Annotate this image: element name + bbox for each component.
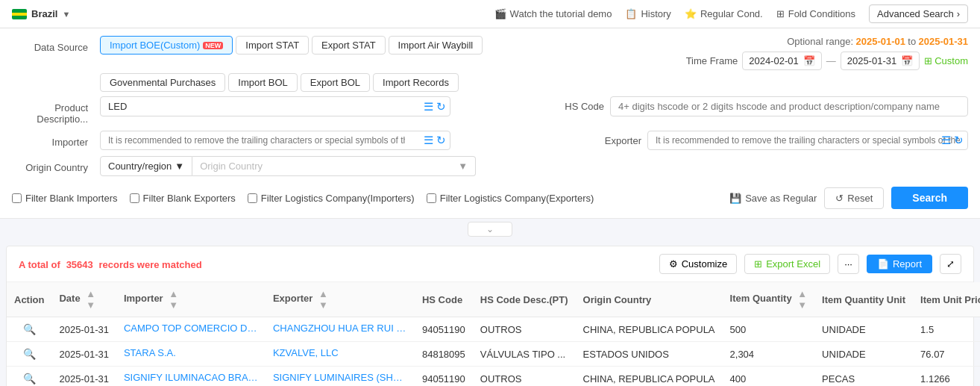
filter-logistics-importers-checkbox[interactable]: Filter Logistics Company(Importers) [248, 193, 415, 204]
row-importer[interactable]: SIGNIFY ILUMINACAO BRASIL ... [116, 367, 266, 387]
col-date[interactable]: Date ▲▼ [51, 282, 116, 317]
origin-country-input[interactable]: Origin Country ▼ [192, 156, 476, 176]
list-icon3[interactable]: ☰ [941, 134, 951, 147]
row-exporter[interactable]: SIGNIFY LUMINAIRES (SHAN... [266, 367, 415, 387]
fold-icon: ⊞ [776, 8, 785, 19]
fold-conditions-btn[interactable]: ⊞ Fold Conditions [776, 8, 855, 19]
row-hs-code: 84818095 [415, 342, 473, 367]
chevron-down-icon2: ▼ [175, 161, 184, 172]
row-hs-code: 94051190 [415, 317, 473, 342]
customize-btn[interactable]: ⚙ Customize [659, 254, 737, 274]
time-frame-row: Time Frame 2024-02-01 📅 — 2025-01-31 📅 ⊞… [686, 52, 968, 70]
row-exporter[interactable]: KZVALVE, LLC [266, 342, 415, 367]
save-regular-btn[interactable]: 💾 Save as Regular [729, 193, 817, 204]
count-highlight: 35643 [66, 259, 93, 270]
right-fields: HS Code [544, 96, 968, 116]
product-desc-label: Product Descriptio... [12, 96, 94, 125]
filter-logistics-exporters-checkbox[interactable]: Filter Logistics Company(Exporters) [427, 193, 594, 204]
list-icon2[interactable]: ☰ [424, 134, 433, 147]
region-select[interactable]: Country/region ▼ [100, 156, 192, 176]
chevron-down-icon: ▼ [62, 10, 70, 19]
checkbox-row: Filter Blank Importers Filter Blank Expo… [12, 182, 968, 212]
col-exporter[interactable]: Exporter ▲▼ [266, 282, 415, 317]
col-importer[interactable]: Importer ▲▼ [116, 282, 266, 317]
importer-icons: ☰ ↻ [424, 134, 446, 147]
product-desc-input[interactable] [100, 96, 450, 116]
exporter-input[interactable] [647, 131, 968, 150]
row-date: 2025-01-31 [51, 367, 116, 387]
search-btn[interactable]: Search [891, 187, 968, 209]
calendar-icon2: 📅 [901, 55, 913, 66]
col-qty[interactable]: Item Quantity ▲▼ [723, 282, 815, 317]
row-exporter[interactable]: CHANGZHOU HUA ER RUI INT... [266, 317, 415, 342]
list-icon[interactable]: ☰ [424, 100, 433, 113]
hs-code-input[interactable] [610, 96, 968, 116]
regular-cond-btn[interactable]: ⭐ Regular Cond. [685, 8, 763, 19]
top-right-actions: 🎬 Watch the tutorial demo 📋 History ⭐ Re… [494, 4, 968, 23]
origin-select-group: Country/region ▼ Origin Country ▼ [100, 156, 476, 176]
settings-icon: ⚙ [669, 258, 678, 270]
advanced-search-btn[interactable]: Advanced Search › [869, 4, 968, 23]
custom-btn[interactable]: ⊞ Custom [924, 55, 968, 66]
filter-blank-importers-checkbox[interactable]: Filter Blank Importers [12, 193, 118, 204]
date-from-input[interactable]: 2024-02-01 📅 [742, 52, 822, 70]
reset-btn[interactable]: ↺ Reset [824, 187, 884, 209]
reset-icon: ↺ [835, 193, 844, 204]
filter-row-origin: Origin Country Country/region ▼ Origin C… [12, 156, 968, 176]
tutorial-btn[interactable]: 🎬 Watch the tutorial demo [494, 8, 612, 19]
row-date: 2025-01-31 [51, 342, 116, 367]
row-unit-price: 76.07 [913, 342, 980, 367]
row-action[interactable]: 🔍 [7, 367, 51, 387]
refresh-icon3[interactable]: ↻ [954, 134, 964, 147]
expand-btn[interactable]: ⤢ [940, 254, 961, 274]
filter-row-tabs2: Govenmental Purchases Import BOL Export … [100, 73, 968, 92]
col-unit-price: Item Unit Price(USD) [913, 282, 980, 317]
row-action[interactable]: 🔍 [7, 317, 51, 342]
country-name: Brazil [31, 8, 57, 19]
importer-input[interactable] [100, 131, 450, 150]
date-to-input[interactable]: 2025-01-31 📅 [841, 52, 920, 70]
action-btns: 💾 Save as Regular ↺ Reset Search [729, 187, 968, 209]
tab-import-stat[interactable]: Import STAT [236, 36, 309, 55]
row-qty: 500 [723, 317, 815, 342]
expand-icon: ⤢ [946, 258, 955, 270]
collapse-btn[interactable]: ⌄ [468, 222, 512, 237]
col-origin: Origin Country [576, 282, 723, 317]
row-unit-price: 1.1266 [913, 367, 980, 387]
row-importer[interactable]: CAMPO TOP COMERCIO DE EL... [116, 317, 266, 342]
calendar-icon: 📅 [803, 55, 815, 66]
country-selector[interactable]: Brazil ▼ [12, 8, 70, 19]
tab-import-air[interactable]: Import Air Waybill [389, 36, 483, 55]
tab-import-records[interactable]: Import Records [373, 73, 459, 92]
star-icon: ⭐ [685, 8, 697, 19]
history-btn[interactable]: 📋 History [625, 8, 670, 19]
chevron-right-icon: › [957, 8, 960, 19]
tab-import-boe[interactable]: Import BOE(Custom) NEW [100, 36, 233, 55]
export-excel-btn[interactable]: ⊞ Export Excel [744, 254, 830, 274]
row-origin: CHINA, REPUBLICA POPULA [576, 367, 723, 387]
excel-icon: ⊞ [754, 258, 762, 270]
table-header: Action Date ▲▼ Importer ▲▼ Exporter ▲▼ H… [7, 282, 980, 317]
history-icon: 📋 [625, 8, 637, 19]
row-qty-unit: UNIDADE [814, 317, 913, 342]
filter-blank-exporters-checkbox[interactable]: Filter Blank Exporters [130, 193, 236, 204]
row-qty-unit: PECAS [814, 367, 913, 387]
col-hs-desc: HS Code Desc.(PT) [473, 282, 576, 317]
row-qty: 400 [723, 367, 815, 387]
product-desc-icons: ☰ ↻ [424, 100, 446, 113]
refresh-icon[interactable]: ↻ [436, 100, 446, 113]
datasource-label: Data Source [12, 36, 94, 53]
tab-gov-purchases[interactable]: Govenmental Purchases [100, 73, 225, 92]
more-btn[interactable]: ··· [838, 254, 859, 274]
exporter-wrapper: ☰ ↻ [647, 131, 968, 150]
grid-icon: ⊞ [924, 55, 932, 66]
save-icon: 💾 [729, 193, 741, 204]
row-importer[interactable]: STARA S.A. [116, 342, 266, 367]
report-btn[interactable]: 📄 Report [867, 255, 932, 273]
tab-export-bol[interactable]: Export BOL [301, 73, 370, 92]
importer-label: Importer [12, 131, 94, 148]
tab-export-stat[interactable]: Export STAT [312, 36, 385, 55]
row-action[interactable]: 🔍 [7, 342, 51, 367]
tab-import-bol[interactable]: Import BOL [228, 73, 297, 92]
refresh-icon2[interactable]: ↻ [436, 134, 446, 147]
